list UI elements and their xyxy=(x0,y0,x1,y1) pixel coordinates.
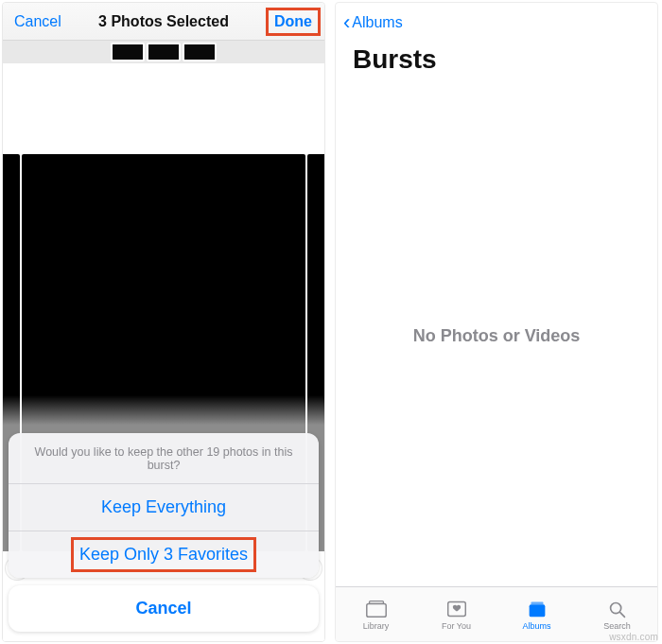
empty-state-text: No Photos or Videos xyxy=(413,326,581,346)
for-you-icon xyxy=(444,599,469,619)
thumbnail[interactable] xyxy=(147,43,181,61)
svg-rect-1 xyxy=(369,600,383,603)
tab-label: Search xyxy=(603,621,631,631)
bursts-album-screen: ‹ Albums Bursts No Photos or Videos Libr… xyxy=(335,2,658,642)
search-icon xyxy=(605,599,630,619)
albums-icon xyxy=(525,599,549,619)
page-title: Bursts xyxy=(336,43,657,86)
action-sheet-cancel-group: Cancel xyxy=(9,585,319,632)
done-button-highlight: Done xyxy=(266,8,321,36)
nav-bar: Cancel 3 Photos Selected Done xyxy=(3,3,324,41)
burst-selection-screen: Cancel 3 Photos Selected Done Would you … xyxy=(2,2,325,642)
svg-rect-0 xyxy=(366,603,385,617)
nav-bar: ‹ Albums xyxy=(336,3,657,43)
tab-library[interactable]: Library xyxy=(336,587,416,641)
svg-line-6 xyxy=(619,612,624,617)
action-sheet: Would you like to keep the other 19 phot… xyxy=(9,433,319,578)
svg-point-5 xyxy=(610,602,620,613)
tab-label: Library xyxy=(363,621,390,631)
keep-favorites-highlight: Keep Only 3 Favorites xyxy=(9,531,319,578)
svg-rect-3 xyxy=(529,604,545,617)
album-content: No Photos or Videos xyxy=(336,86,657,586)
watermark: wsxdn.com xyxy=(609,632,658,642)
thumbnail[interactable] xyxy=(111,43,145,61)
keep-only-favorites-button[interactable]: Keep Only 3 Favorites xyxy=(9,531,319,578)
cancel-button[interactable]: Cancel xyxy=(14,13,61,30)
back-button[interactable]: Albums xyxy=(352,14,402,31)
keep-everything-button[interactable]: Keep Everything xyxy=(9,484,319,531)
tab-for-you[interactable]: For You xyxy=(416,587,496,641)
burst-thumbnail-strip[interactable] xyxy=(3,41,324,63)
action-sheet-message: Would you like to keep the other 19 phot… xyxy=(9,433,319,484)
thumbnail[interactable] xyxy=(183,43,217,61)
back-chevron-icon[interactable]: ‹ xyxy=(343,12,350,33)
library-icon xyxy=(364,599,389,619)
tab-label: For You xyxy=(442,621,471,631)
svg-rect-4 xyxy=(531,601,543,604)
action-sheet-cancel-button[interactable]: Cancel xyxy=(9,585,319,632)
done-button[interactable]: Done xyxy=(274,13,312,29)
tab-albums[interactable]: Albums xyxy=(496,587,577,641)
action-sheet-container: Would you like to keep the other 19 phot… xyxy=(3,433,324,641)
tab-label: Albums xyxy=(522,621,550,631)
